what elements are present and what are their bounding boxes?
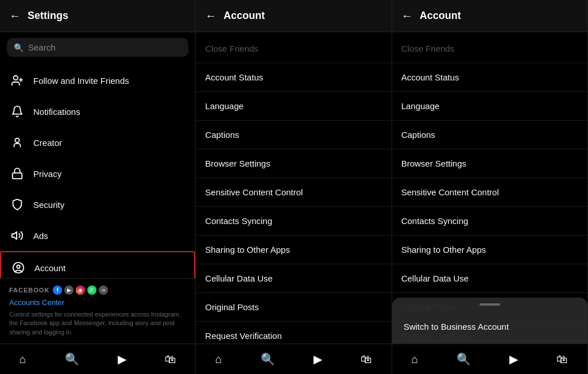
settings-nav-list: Follow and Invite Friends Notifications … [0,63,195,278]
account-sharing-other-apps3[interactable]: Sharing to Other Apps [392,236,587,264]
svg-rect-4 [13,173,22,179]
shield-icon [9,196,25,213]
overlay-drag-handle [392,303,587,306]
home-nav-icon[interactable]: ⌂ [13,350,33,368]
home-nav-icon3[interactable]: ⌂ [404,350,425,368]
sidebar-item-security[interactable]: Security [0,189,195,220]
bell-icon [9,103,25,119]
shop-nav-icon3[interactable]: 🛍 [550,350,575,368]
account-icon [10,260,26,276]
account-sensitive-content3[interactable]: Sensitive Content Control [392,178,587,207]
search-nav-icon[interactable]: 🔍 [58,350,86,368]
fb-icon-whatsapp: ✆ [87,286,96,295]
settings-title: Settings [28,10,68,22]
sidebar-item-notifications[interactable]: Notifications [0,96,195,127]
account-original-posts[interactable]: Original Posts [196,293,391,322]
account-close-friends[interactable]: Close Friends [196,34,391,63]
creator-label: Creator [33,138,62,148]
account-title: Account [223,10,265,22]
account-title-third: Account [420,10,461,22]
svg-point-3 [15,138,19,142]
settings-header: ← Settings [0,0,195,32]
creator-icon [9,134,25,151]
security-label: Security [33,200,64,210]
account-contacts-syncing[interactable]: Contacts Syncing [196,207,391,236]
home-nav-icon2[interactable]: ⌂ [208,350,229,368]
account-language3[interactable]: Language [392,92,587,121]
account-close-friends3[interactable]: Close Friends [392,34,587,63]
bottom-nav-account3: ⌂ 🔍 ▶ 🛍 [392,344,587,374]
handle-bar [479,303,500,306]
account-captions[interactable]: Captions [196,121,391,149]
account-menu-list-third: Close Friends Account Status Language Ca… [392,32,587,344]
back-arrow-icon[interactable]: ← [9,9,21,22]
fb-description: Control settings for connected experienc… [9,310,186,337]
account-sensitive-content[interactable]: Sensitive Content Control [196,178,391,207]
account-back-icon3[interactable]: ← [401,9,413,22]
bottom-nav-account: ⌂ 🔍 ▶ 🛍 [196,344,391,374]
svg-point-0 [14,76,18,80]
sidebar-item-follow-invite[interactable]: Follow and Invite Friends [0,65,195,96]
ads-label: Ads [33,231,48,241]
account-menu-list: Close Friends Account Status Language Ca… [196,32,391,344]
facebook-footer: FACEBOOK f ▶ ◉ ✆ ∞ Accounts Center Contr… [0,278,195,344]
sidebar-item-creator[interactable]: Creator [0,127,195,158]
account-browser-settings[interactable]: Browser Settings [196,149,391,178]
fb-brand: FACEBOOK f ▶ ◉ ✆ ∞ [9,286,186,295]
account-cellular-data3[interactable]: Cellular Data Use [392,264,587,293]
bottom-nav-settings: ⌂ 🔍 ▶ 🛍 [0,344,195,374]
sidebar-item-account[interactable]: Account [0,251,195,278]
person-plus-icon [9,72,25,88]
sidebar-item-ads[interactable]: Ads [0,220,195,251]
shop-nav-icon2[interactable]: 🛍 [354,350,379,368]
notifications-label: Notifications [33,107,80,117]
search-nav-icon3[interactable]: 🔍 [450,350,478,368]
fb-icon-oculus: ∞ [99,286,108,295]
search-icon: 🔍 [14,43,24,52]
account-contacts-syncing3[interactable]: Contacts Syncing [392,207,587,236]
account-status3[interactable]: Account Status [392,63,587,92]
follow-invite-label: Follow and Invite Friends [33,76,129,86]
search-nav-icon2[interactable]: 🔍 [254,350,282,368]
svg-point-7 [17,265,20,268]
ads-icon [9,228,25,244]
reels-nav-icon3[interactable]: ▶ [502,350,525,368]
settings-panel: ← Settings 🔍 Follow and Invite Friends [0,0,196,374]
account-label: Account [34,263,65,273]
account-status[interactable]: Account Status [196,63,391,92]
fb-icon-f: f [53,286,62,295]
search-input[interactable] [28,43,181,52]
account-language[interactable]: Language [196,92,391,121]
account-browser-settings3[interactable]: Browser Settings [392,149,587,178]
shop-nav-icon[interactable]: 🛍 [158,350,183,368]
lock-icon [9,165,25,182]
account-sharing-other-apps[interactable]: Sharing to Other Apps [196,236,391,264]
switch-business-item[interactable]: Switch to Business Account [392,313,587,341]
fb-social-icons: f ▶ ◉ ✆ ∞ [53,286,108,295]
reels-nav-icon[interactable]: ▶ [111,350,133,368]
account-captions3[interactable]: Captions [392,121,587,149]
svg-marker-5 [12,232,17,240]
account-header: ← Account [196,0,391,32]
account-header-third: ← Account [392,0,587,32]
fb-brand-text: FACEBOOK [9,287,49,294]
search-bar[interactable]: 🔍 [7,38,188,57]
fb-icon-play: ▶ [64,286,74,295]
account-panel-third: ← Account Close Friends Account Status L… [392,0,588,374]
privacy-label: Privacy [33,169,61,179]
fb-icon-insta: ◉ [76,286,85,295]
sidebar-item-privacy[interactable]: Privacy [0,158,195,189]
accounts-center-link[interactable]: Accounts Center [9,298,186,307]
account-request-verification[interactable]: Request Verification [196,322,391,344]
account-back-icon[interactable]: ← [205,9,216,22]
account-panel: ← Account Close Friends Account Status L… [196,0,392,374]
reels-nav-icon2[interactable]: ▶ [307,350,329,368]
account-cellular-data[interactable]: Cellular Data Use [196,264,391,293]
